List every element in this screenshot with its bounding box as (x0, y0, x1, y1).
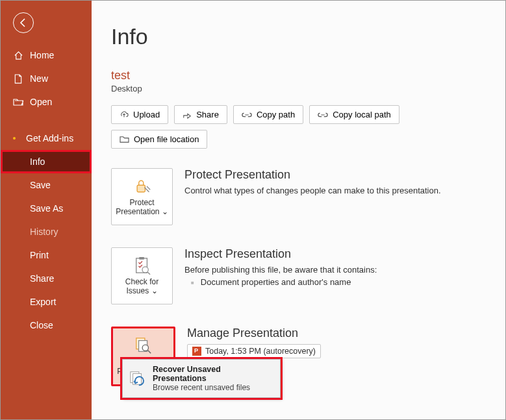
sidebar-item-saveas[interactable]: Save As (1, 197, 92, 220)
protect-section: ProtectPresentation ⌄ Protect Presentati… (111, 168, 488, 225)
inspect-body: Inspect Presentation Before publishing t… (184, 247, 488, 287)
button-label: Copy local path (333, 110, 391, 119)
sidebar-item-label: Share (30, 273, 54, 284)
chevron-down-icon: ⌄ (151, 286, 158, 295)
share-button[interactable]: Share (174, 105, 227, 124)
svg-rect-2 (139, 257, 144, 260)
sidebar-item-history[interactable]: History (1, 220, 92, 243)
lock-icon (133, 177, 151, 195)
sidebar-item-new[interactable]: New (1, 67, 92, 90)
sidebar-item-label: Save As (30, 203, 63, 214)
list-item: Document properties and author's name (184, 277, 488, 287)
manage-presentation-dropdown: Recover Unsaved Presentations Browse rec… (122, 359, 281, 398)
svg-rect-0 (137, 185, 145, 192)
sidebar-item-label: Info (30, 156, 45, 167)
sidebar-item-label: Home (30, 50, 54, 60)
recover-unsaved-item[interactable]: Recover Unsaved Presentations Browse rec… (123, 360, 280, 397)
link-icon (318, 111, 328, 119)
main-panel: Info test Desktop Upload Share Copy path… (92, 1, 505, 419)
sidebar-item-print[interactable]: Print (1, 243, 92, 267)
section-heading: Inspect Presentation (184, 247, 488, 261)
check-for-issues-tile[interactable]: Check forIssues ⌄ (111, 247, 173, 304)
button-label: Share (196, 110, 219, 119)
section-intro: Before publishing this file, be aware th… (184, 265, 488, 275)
upload-icon (120, 110, 129, 119)
upload-button[interactable]: Upload (111, 105, 168, 124)
powerpoint-file-icon (192, 347, 201, 356)
home-icon (13, 51, 23, 60)
sidebar-item-label: Get Add-ins (26, 133, 73, 143)
autorecovery-version-chip[interactable]: Today, 1:53 PM (autorecovery) (187, 344, 321, 358)
open-icon (13, 97, 23, 106)
file-name: test (111, 69, 488, 82)
checklist-icon (134, 256, 151, 275)
addins-indicator-icon (13, 137, 16, 140)
sidebar-item-label: Close (30, 320, 53, 330)
sidebar-item-open[interactable]: Open (1, 90, 92, 114)
recover-icon (129, 370, 146, 387)
sidebar-item-label: Print (30, 250, 49, 260)
sidebar-item-addins[interactable]: Get Add-ins (1, 127, 92, 150)
sidebar-list: Home New Open Get Add-ins Info Save (1, 43, 92, 337)
button-label: Copy path (257, 110, 295, 119)
inspect-section: Check forIssues ⌄ Inspect Presentation B… (111, 247, 488, 304)
section-heading: Manage Presentation (187, 327, 488, 340)
copy-path-button[interactable]: Copy path (233, 105, 303, 124)
chip-label: Today, 1:53 PM (autorecovery) (205, 347, 316, 356)
chevron-down-icon: ⌄ (162, 207, 168, 216)
dd-title: Recover Unsaved Presentations (153, 365, 273, 383)
sidebar-item-share[interactable]: Share (1, 267, 92, 290)
sidebar-item-save[interactable]: Save (1, 173, 92, 197)
tile-label: Check forIssues ⌄ (125, 278, 158, 296)
sidebar-item-label: Open (30, 97, 52, 107)
button-label: Upload (133, 110, 160, 119)
inspect-list: Document properties and author's name (184, 277, 488, 287)
dd-text: Recover Unsaved Presentations Browse rec… (153, 365, 273, 392)
sidebar: Home New Open Get Add-ins Info Save (1, 1, 92, 419)
link-icon (242, 111, 252, 119)
manage-body: Manage Presentation Today, 1:53 PM (auto… (187, 327, 488, 358)
sidebar-item-label: Save (30, 180, 51, 190)
svg-point-6 (142, 345, 148, 351)
copy-local-path-button[interactable]: Copy local path (309, 105, 399, 124)
document-magnify-icon (134, 337, 153, 355)
sidebar-item-label: Export (30, 297, 56, 307)
sidebar-item-label: History (30, 227, 58, 237)
sidebar-item-close[interactable]: Close (1, 314, 92, 337)
share-icon (183, 110, 192, 119)
file-location: Desktop (111, 84, 488, 93)
sidebar-item-export[interactable]: Export (1, 290, 92, 314)
sidebar-separator (1, 114, 92, 127)
sidebar-item-home[interactable]: Home (1, 43, 92, 67)
dd-subtitle: Browse recent unsaved files (153, 383, 273, 392)
section-heading: Protect Presentation (184, 168, 488, 182)
tile-label: ProtectPresentation ⌄ (116, 199, 168, 217)
back-button[interactable] (13, 12, 34, 33)
protect-body: Protect Presentation Control what types … (184, 168, 488, 195)
action-bar: Upload Share Copy path Copy local path O… (111, 105, 488, 149)
new-icon (13, 74, 23, 84)
sidebar-item-info[interactable]: Info (1, 150, 92, 173)
section-text: Control what types of changes people can… (184, 186, 488, 195)
open-location-button[interactable]: Open file location (111, 130, 207, 149)
page-title: Info (111, 24, 488, 49)
svg-point-3 (142, 267, 148, 273)
button-label: Open file location (134, 134, 199, 144)
backstage-view: Home New Open Get Add-ins Info Save (0, 0, 506, 420)
protect-presentation-tile[interactable]: ProtectPresentation ⌄ (111, 168, 173, 225)
folder-icon (120, 135, 129, 143)
sidebar-item-label: New (30, 73, 48, 84)
